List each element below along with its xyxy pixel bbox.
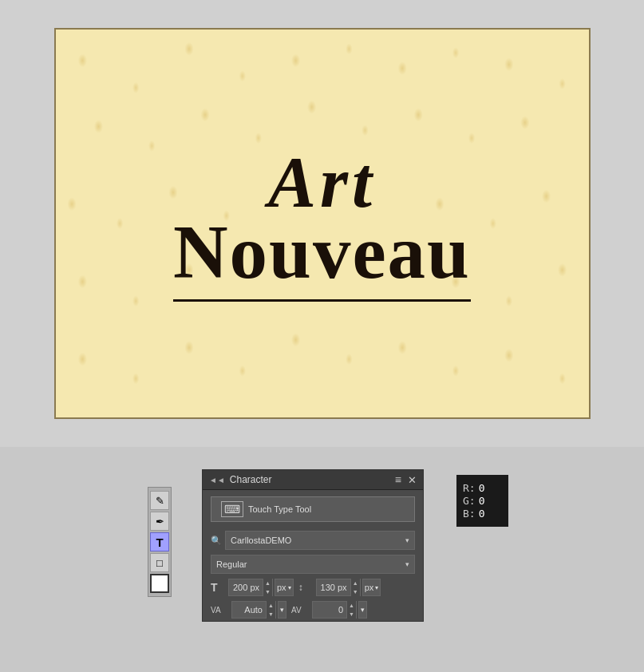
tracking-spinbox: ▲ ▼	[312, 601, 357, 619]
font-size-icon: T	[211, 581, 227, 594]
leading-spinbox: ▲ ▼	[316, 579, 361, 596]
text-tool-icon: T	[156, 536, 163, 549]
canvas-area: Art Nouveau	[0, 0, 644, 447]
panel-title: Character	[230, 474, 272, 485]
touch-type-icon: ⌨	[221, 501, 243, 517]
kerning-icon: VA	[211, 606, 230, 615]
tracking-down[interactable]: ▼	[346, 610, 356, 619]
tracking-input[interactable]	[313, 605, 346, 615]
touch-type-label: Touch Type Tool	[248, 504, 311, 514]
touch-type-tool-button[interactable]: ⌨ Touch Type Tool	[211, 496, 415, 522]
rgb-g-value: 0	[479, 495, 485, 507]
panel-close-button[interactable]: ✕	[408, 474, 417, 486]
rgb-b-value: 0	[479, 508, 485, 520]
kerning-group: VA ▲ ▼ ▾	[211, 601, 286, 619]
artwork-line2: Nouveau	[173, 213, 471, 293]
rgb-g-label: G:	[463, 495, 476, 507]
kerning-spinbox: ▲ ▼	[231, 601, 276, 619]
leading-unit-select[interactable]: px ▾	[362, 579, 381, 596]
font-name-dropdown-arrow: ▾	[405, 536, 409, 544]
panel-title-left: ◄◄ Character	[209, 474, 271, 485]
rgb-r-value: 0	[479, 482, 485, 494]
font-size-group: T ▲ ▼ px ▾	[211, 579, 294, 596]
rgb-r-label: R:	[463, 482, 476, 494]
leading-group: ↕ ▲ ▼ px ▾	[298, 579, 381, 596]
font-style-row: Regular ▾	[203, 552, 423, 576]
leading-stepper: ▲ ▼	[350, 579, 360, 596]
tracking-unit-label: ▾	[361, 606, 365, 614]
search-icon: 🔍	[211, 536, 222, 546]
leading-up[interactable]: ▲	[350, 579, 360, 587]
rgb-b-row: B: 0	[463, 508, 484, 520]
character-panel: ◄◄ Character ≡ ✕ ⌨ Touch Type Tool 🔍 Car…	[202, 469, 424, 622]
font-style-dropdown-arrow: ▾	[405, 560, 409, 568]
tracking-stepper: ▲ ▼	[346, 601, 356, 619]
artwork-underline	[173, 299, 471, 302]
color-swatch-button[interactable]	[150, 574, 169, 593]
panel-menu-icon[interactable]: ≡	[395, 473, 401, 486]
font-name-row: 🔍 CarllostaDEMO ▾	[203, 528, 423, 552]
leading-unit-label: px	[365, 583, 374, 592]
font-name-value: CarllostaDEMO	[231, 536, 291, 545]
kerning-tracking-row: VA ▲ ▼ ▾ AV ▲	[203, 599, 423, 621]
font-style-value: Regular	[216, 559, 247, 569]
font-size-unit-select[interactable]: px ▾	[275, 579, 294, 596]
artwork-frame: Art Nouveau	[54, 28, 591, 419]
rgb-r-row: R: 0	[463, 482, 484, 494]
font-size-stepper: ▲ ▼	[263, 579, 272, 596]
artwork-text: Art Nouveau	[173, 145, 471, 301]
tracking-group: AV ▲ ▼ ▾	[291, 601, 367, 619]
font-name-select[interactable]: CarllostaDEMO ▾	[225, 531, 415, 550]
size-leading-row: T ▲ ▼ px ▾ ↕ ▲	[203, 576, 423, 599]
panel-titlebar: ◄◄ Character ≡ ✕	[203, 470, 423, 490]
tracking-icon: AV	[291, 606, 310, 615]
leading-input[interactable]	[317, 583, 350, 592]
font-style-select[interactable]: Regular ▾	[211, 555, 415, 574]
rgb-b-label: B:	[463, 508, 476, 520]
kerning-stepper: ▲ ▼	[266, 601, 275, 619]
text-tool-button[interactable]: T	[150, 532, 169, 551]
tracking-up[interactable]: ▲	[346, 601, 356, 610]
leading-icon: ↕	[298, 582, 314, 593]
kerning-unit-label: ▾	[280, 606, 284, 614]
panel-collapse-arrows[interactable]: ◄◄	[209, 476, 225, 484]
font-size-unit-arrow: ▾	[288, 584, 291, 591]
font-size-up[interactable]: ▲	[263, 579, 272, 587]
pen-tool-button[interactable]: ✒	[150, 512, 169, 531]
rgb-display: R: 0 G: 0 B: 0	[456, 475, 508, 527]
tool-sidebar: ✎ ✒ T □	[148, 487, 172, 597]
font-size-spinbox: ▲ ▼	[228, 579, 273, 596]
rgb-g-row: G: 0	[463, 495, 484, 507]
font-size-input[interactable]	[229, 583, 263, 592]
kerning-up[interactable]: ▲	[266, 601, 275, 610]
kerning-down[interactable]: ▼	[266, 610, 275, 619]
brush-tool-button[interactable]: ✎	[150, 491, 169, 510]
font-size-unit-label: px	[277, 583, 286, 592]
shape-tool-button[interactable]: □	[150, 553, 169, 572]
leading-down[interactable]: ▼	[350, 587, 360, 596]
font-size-down[interactable]: ▼	[263, 587, 272, 596]
kerning-unit-select[interactable]: ▾	[278, 601, 286, 619]
kerning-input[interactable]	[232, 605, 266, 615]
toolbar-area: ✎ ✒ T □ R: 0 G: 0 B: 0 ◄◄ Character	[0, 447, 644, 672]
tracking-unit-select[interactable]: ▾	[358, 601, 367, 619]
leading-unit-arrow: ▾	[375, 584, 378, 591]
